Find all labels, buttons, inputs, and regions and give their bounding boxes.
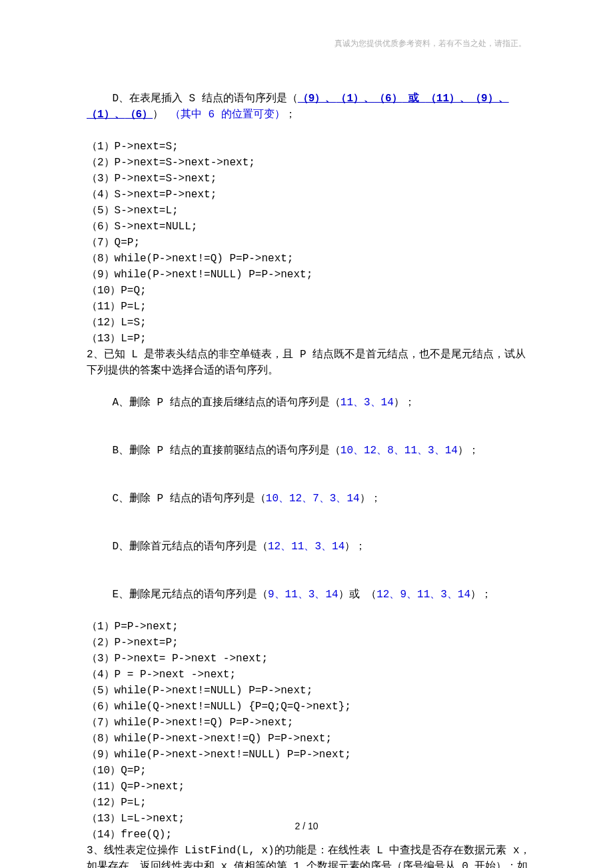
q2-b-ans: 10、12、8、11、3、14 <box>340 445 458 457</box>
q2-a-pre: A、删除 P 结点的直接后继结点的语句序列是（ <box>112 397 340 409</box>
q1-d-ans-1: （1）、 <box>336 93 374 105</box>
q1-item-12: （12）L=S; <box>87 315 533 331</box>
q2-d: D、删除首元结点的语句序列是（12、11、3、14）； <box>87 523 533 571</box>
q2-item-1: （1）P=P->next; <box>87 619 533 635</box>
q1-d-note: （其中 6 的位置可变） <box>170 109 285 121</box>
q1-d-ans-6b: （6） <box>125 109 153 121</box>
q1-d-ans-6: （6） <box>374 93 402 105</box>
page-footer: 2 / 10 <box>0 819 613 833</box>
q2-item-4: （4）P = P->next ->next; <box>87 667 533 683</box>
q1-d-close-paren: ） <box>153 109 170 121</box>
q2-d-ans: 12、11、3、14 <box>268 541 344 553</box>
q2-e-mid: ）或 （ <box>338 589 377 601</box>
q2-d-pre: D、删除首元结点的语句序列是（ <box>112 541 268 553</box>
q2-item-5: （5）while(P->next!=NULL) P=P->next; <box>87 683 533 699</box>
q2-item-6: （6）while(Q->next!=NULL) {P=Q;Q=Q->next}; <box>87 699 533 715</box>
q2-e-suf: ）； <box>470 589 492 601</box>
q2-e-ans1: 9、11、3、14 <box>268 589 338 601</box>
q1-item-7: （7）Q=P; <box>87 235 533 251</box>
q2-b-suf: ）； <box>458 445 479 457</box>
q2-c-suf: ）； <box>360 493 381 505</box>
q1-item-13: （13）L=P; <box>87 331 533 347</box>
q1-item-6: （6）S->next=NULL; <box>87 219 533 235</box>
q1-item-4: （4）S->next=P->next; <box>87 187 533 203</box>
q2-intro: 2、已知 L 是带表头结点的非空单链表，且 P 结点既不是首元结点，也不是尾元结… <box>87 347 533 379</box>
q1-d-ans-9: （9）、 <box>298 93 336 105</box>
page-number: 2 / 10 <box>295 821 318 831</box>
q2-b: B、删除 P 结点的直接前驱结点的语句序列是（10、12、8、11、3、14）； <box>87 427 533 475</box>
q2-item-3: （3）P->next= P->next ->next; <box>87 651 533 667</box>
q2-a: A、删除 P 结点的直接后继结点的语句序列是（11、3、14）； <box>87 379 533 427</box>
q2-d-suf: ）； <box>344 541 366 553</box>
q1-item-1: （1）P->next=S; <box>87 139 533 155</box>
q2-c: C、删除 P 结点的语句序列是（10、12、7、3、14）； <box>87 475 533 523</box>
q1-d-semi: ； <box>285 109 296 121</box>
q2-a-ans: 11、3、14 <box>340 397 394 409</box>
q1-d-prefix: D、在表尾插入 S 结点的语句序列是（ <box>112 93 297 105</box>
document-body: D、在表尾插入 S 结点的语句序列是（（9）、（1）、（6） 或 （11）、（9… <box>87 75 533 868</box>
q3-text: 3、线性表定位操作 ListFind(L, x)的功能是：在线性表 L 中查找是… <box>87 843 533 868</box>
header-text: 真诚为您提供优质参考资料，若有不当之处，请指正。 <box>334 39 526 48</box>
q1-d-ans-1b: （1）、 <box>87 109 125 121</box>
q1-d-or: 或 <box>402 93 426 105</box>
page-header: 真诚为您提供优质参考资料，若有不当之处，请指正。 <box>334 37 526 49</box>
q2-e-pre: E、删除尾元结点的语句序列是（ <box>112 589 268 601</box>
q1-item-2: （2）P->next=S->next->next; <box>87 155 533 171</box>
q2-item-11: （11）Q=P->next; <box>87 779 533 795</box>
q2-item-8: （8）while(P->next->next!=Q) P=P->next; <box>87 731 533 747</box>
q2-a-suf: ）； <box>394 397 415 409</box>
q1-item-5: （5）S->next=L; <box>87 203 533 219</box>
q2-b-pre: B、删除 P 结点的直接前驱结点的语句序列是（ <box>112 445 340 457</box>
q2-item-12: （12）P=L; <box>87 795 533 811</box>
q2-item-10: （10）Q=P; <box>87 763 533 779</box>
q2-e-ans2: 12、9、11、3、14 <box>376 589 470 601</box>
q2-item-2: （2）P->next=P; <box>87 635 533 651</box>
q2-c-ans: 10、12、7、3、14 <box>266 493 360 505</box>
q1-item-8: （8）while(P->next!=Q) P=P->next; <box>87 251 533 267</box>
q1-item-10: （10）P=Q; <box>87 283 533 299</box>
q2-item-9: （9）while(P->next->next!=NULL) P=P->next; <box>87 747 533 763</box>
q1-item-3: （3）P->next=S->next; <box>87 171 533 187</box>
q1-item-9: （9）while(P->next!=NULL) P=P->next; <box>87 267 533 283</box>
q1-item-11: （11）P=L; <box>87 299 533 315</box>
q2-item-7: （7）while(P->next!=Q) P=P->next; <box>87 715 533 731</box>
q1-d-ans-11: （11）、 <box>426 93 470 105</box>
q1-d-ans-9b: （9）、 <box>470 93 509 105</box>
q1-d-line: D、在表尾插入 S 结点的语句序列是（（9）、（1）、（6） 或 （11）、（9… <box>87 75 533 139</box>
q2-e: E、删除尾元结点的语句序列是（9、11、3、14）或 （12、9、11、3、14… <box>87 571 533 619</box>
q2-c-pre: C、删除 P 结点的语句序列是（ <box>112 493 265 505</box>
